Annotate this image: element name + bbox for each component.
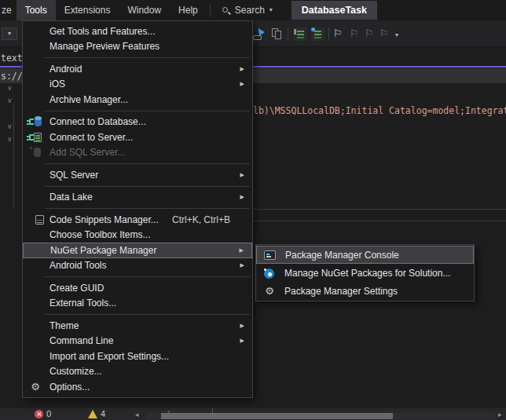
menu-item-theme[interactable]: Theme▶ [23,318,252,334]
next-bookmark-icon[interactable]: ⚐ [365,27,374,40]
console-icon [263,249,277,261]
select-element-button[interactable] [253,27,266,41]
scrollbar-thumb[interactable] [161,413,393,419]
menu-item-android-tools[interactable]: Android Tools▶ [23,258,252,274]
horizontal-scrollbar[interactable] [146,413,495,419]
fold-chevron-icon[interactable]: ∨ [7,97,13,104]
toolbar-separator [328,27,329,40]
scroll-left-icon[interactable]: ◂ [135,411,139,418]
tools-menu: Get Tools and Features... Manage Preview… [22,20,253,398]
menubar-item-help[interactable]: Help [170,0,207,20]
toolbar-combobox[interactable]: ▾ [2,27,17,40]
menu-item-add-sql-server: + Add SQL Server... [23,145,252,161]
shortcut-label: Ctrl+K, Ctrl+B [172,214,230,225]
window-title: DatabaseTask [292,1,377,20]
menu-item-manage-preview-features[interactable]: Manage Preview Features [23,39,252,55]
vs-window: text s://v ∨ ∨ ∨ ∨ lb)\MSSQLLocalDB;Init… [0,0,506,420]
submenu-item-manage-nuget-packages-for-solution[interactable]: Manage NuGet Packages for Solution... [256,264,474,282]
connect-database-icon [28,115,42,128]
scroll-right-icon[interactable]: ▸ [498,411,502,418]
submenu-arrow-icon: ▶ [240,194,244,200]
gear-icon: ⚙ [262,285,277,298]
fold-chevron-icon[interactable]: ∨ [7,85,13,92]
add-sql-server-icon: + [28,146,42,159]
pane-divider [253,209,506,210]
menubar-item-tools[interactable]: Tools [16,0,56,20]
gear-icon: ⚙ [28,381,42,393]
toggle-bookmark-icon[interactable]: ⚐ [333,27,343,40]
previous-bookmark-icon[interactable]: ⚐ [350,27,359,40]
menu-item-sql-server[interactable]: SQL Server▶ [23,167,252,183]
menu-separator [45,57,250,58]
menu-item-options[interactable]: ⚙ Options... [23,379,252,395]
warning-count[interactable]: 4 [101,409,105,418]
menu-item-ios[interactable]: iOS▶ [23,77,252,93]
menu-separator [45,208,250,209]
menu-separator [45,163,250,164]
toolbar-overflow-icon[interactable]: ▾ [395,32,398,38]
submenu-arrow-icon: ▶ [240,323,244,329]
code-snippets-icon [28,214,42,226]
menu-item-choose-toolbox-items[interactable]: Choose Toolbox Items... [23,228,252,243]
menu-item-get-tools-and-features[interactable]: Get Tools and Features... [23,24,252,39]
fold-chevron-icon[interactable]: ∨ [7,123,13,130]
increase-indent-button[interactable] [311,27,324,41]
search-label: Search [235,5,265,16]
menu-item-android[interactable]: Android▶ [23,61,252,77]
error-count[interactable]: 0 [46,409,51,418]
menu-item-nuget-package-manager[interactable]: NuGet Package Manager▶ [23,243,252,258]
clear-bookmarks-icon[interactable]: ⚐ [380,27,389,40]
menubar-separator [210,4,211,16]
toolbar-separator [288,27,288,40]
copy-button[interactable] [270,27,284,41]
menu-separator [45,111,250,111]
menu-item-external-tools[interactable]: External Tools... [23,296,252,312]
search-control[interactable]: Search ▾ [214,0,280,20]
menubar-item-extensions[interactable]: Extensions [56,0,119,20]
menu-item-customize[interactable]: Customize... [23,364,252,380]
connect-server-icon [28,131,42,144]
connection-string-code: lb)\MSSQLLocalDB;Initial Catalog=model;I… [253,105,506,116]
search-icon [222,6,230,15]
editor-clipped-line-2: s://v [1,71,22,82]
menu-separator [45,276,250,277]
editor-clipped-line-1: text [1,53,22,64]
chevron-down-icon: ▾ [8,31,11,37]
indent-guide [13,104,14,208]
menubar-item-analyze-clipped[interactable]: ze [0,0,16,20]
error-icon[interactable] [35,410,43,418]
submenu-arrow-icon: ▶ [240,247,244,254]
menubar-item-window[interactable]: Window [119,0,170,20]
menu-separator [45,314,250,315]
status-bar: 0 4 ↑ ◂ ▸ [0,408,506,420]
submenu-arrow-icon: ▶ [240,81,244,87]
menu-item-create-guid[interactable]: Create GUID [23,280,252,296]
pane-divider [253,221,506,221]
menu-item-command-line[interactable]: Command Line▶ [23,334,252,349]
menubar: ze Tools Extensions Window Help Search ▾… [0,0,506,20]
submenu-item-package-manager-console[interactable]: Package Manager Console [256,246,474,264]
fold-chevron-icon[interactable]: ∨ [7,136,13,143]
menu-item-archive-manager[interactable]: Archive Manager... [23,92,252,108]
warning-icon[interactable] [88,410,97,418]
submenu-arrow-icon: ▶ [240,262,244,268]
menu-item-connect-to-server[interactable]: Connect to Server... [23,130,252,145]
submenu-arrow-icon: ▶ [240,66,244,72]
decrease-indent-button[interactable] [294,27,307,41]
menu-item-data-lake[interactable]: Data Lake▶ [23,190,252,206]
menu-item-import-and-export-settings[interactable]: Import and Export Settings... [23,349,252,364]
submenu-item-package-manager-settings[interactable]: ⚙ Package Manager Settings [256,282,474,300]
menu-separator [45,186,250,187]
submenu-arrow-icon: ▶ [240,338,244,344]
nuget-icon [262,267,277,279]
chevron-down-icon: ▾ [270,7,273,13]
menu-item-code-snippets-manager[interactable]: Code Snippets Manager... Ctrl+K, Ctrl+B [23,212,252,228]
nuget-submenu: Package Manager Console Manage NuGet Pac… [255,244,475,301]
submenu-arrow-icon: ▶ [240,172,244,178]
menu-item-connect-to-database[interactable]: Connect to Database... [23,115,252,130]
